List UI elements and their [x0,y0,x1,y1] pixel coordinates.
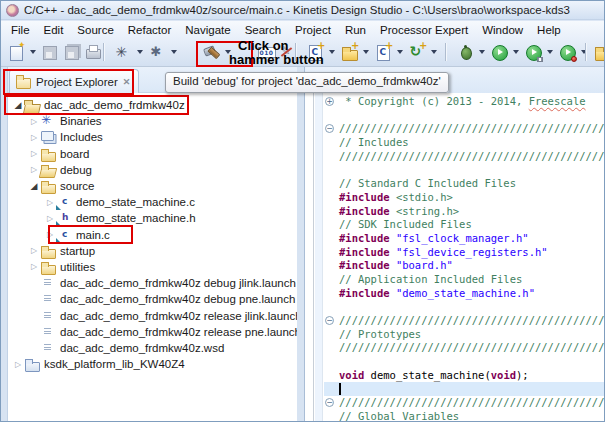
tree-item-debug[interactable]: ▷debug [8,162,297,178]
expand-arrow-icon[interactable]: ▷ [28,246,40,255]
code-line[interactable] [305,109,604,123]
tree-item-source[interactable]: ◢source [8,178,297,194]
tab-project-explorer[interactable]: Project Explorer ✕ [9,69,139,93]
refresh-index-button[interactable]: + [407,42,427,62]
processor-expert-button[interactable] [113,42,133,62]
code-line[interactable]: // Application Included Files [305,273,604,287]
annotation-line1: Click on [238,39,324,53]
code-line[interactable]: // Standard C Included Files [305,177,604,191]
tree-item-label: utilities [60,261,95,273]
run-button[interactable] [489,42,509,62]
code-line[interactable]: #include <string.h> [305,205,604,219]
chevron-down-icon[interactable] [513,50,519,54]
tree-item-board[interactable]: ▷board [8,146,297,162]
menu-refactor[interactable]: Refactor [121,23,178,37]
menu-source[interactable]: Source [70,23,120,37]
menu-search[interactable]: Search [238,23,288,37]
code-line[interactable]: #include "fsl_device_registers.h" [305,246,604,260]
new-folder-button[interactable]: + [339,42,359,62]
fold-collapse-icon[interactable]: − [325,398,334,407]
expand-arrow-icon[interactable]: ▷ [28,262,40,271]
code-line[interactable] [305,300,604,314]
code-line[interactable]: −///////////////////////////////////////… [305,314,604,328]
expand-arrow-icon[interactable]: ▷ [44,230,56,239]
code-line[interactable]: ////////////////////////////////////////… [305,150,604,164]
tree-item-binaries[interactable]: ▷Binaries [8,113,297,129]
chevron-down-icon[interactable] [397,50,403,54]
close-icon[interactable]: ✕ [123,77,131,87]
fold-collapse-icon[interactable]: − [325,316,334,325]
coverage-button[interactable] [557,42,577,62]
code-line[interactable]: + * Copyright (c) 2013 - 2014, Freescale [305,95,604,109]
tree-item-dac-adc-demo-frdmkw40z-wsd[interactable]: dac_adc_demo_frdmkw40z.wsd [8,340,297,356]
expand-arrow-icon[interactable]: ▷ [28,133,40,142]
tree-item-demo-state-machine-h[interactable]: ▷demo_state_machine.h [8,210,297,226]
debug-button[interactable] [455,42,475,62]
code-line[interactable]: // SDK Included Files [305,218,604,232]
menu-file[interactable]: File [4,23,37,37]
panel-sash[interactable] [297,67,304,421]
tree-item-ksdk-platform-lib-kw40z4[interactable]: ▷ksdk_platform_lib_KW40Z4 [8,356,297,372]
tree-item-startup[interactable]: ▷startup [8,243,297,259]
fold-expand-icon[interactable]: + [325,97,334,106]
expand-arrow-icon[interactable]: ▷ [44,198,56,207]
build-button[interactable] [201,42,221,62]
chevron-down-icon[interactable] [30,50,36,54]
code-line[interactable]: void demo_state_machine(void); [305,369,604,383]
code-line[interactable]: #include <stdio.h> [305,191,604,205]
code-line[interactable]: // Global Variables [305,410,604,421]
expand-arrow-icon[interactable]: ▷ [28,117,40,126]
chevron-down-icon[interactable] [171,50,177,54]
code-token: <string.h> [396,205,459,217]
print-button[interactable] [83,42,103,62]
code-line[interactable]: #include "demo_state_machine.h" [305,287,604,301]
profile-button[interactable] [523,42,543,62]
chevron-down-icon[interactable] [137,50,143,54]
settings-button[interactable] [147,42,167,62]
code-line[interactable] [305,163,604,177]
folder-plus-icon: + [341,44,358,61]
chevron-down-icon[interactable] [431,50,437,54]
tree-item-utilities[interactable]: ▷utilities [8,259,297,275]
menu-run[interactable]: Run [338,23,373,37]
collapse-arrow-icon[interactable]: ◢ [12,100,24,110]
save-button[interactable] [39,42,59,62]
collapse-arrow-icon[interactable]: ◢ [28,181,40,191]
chevron-down-icon[interactable] [363,50,369,54]
new-wizard-button[interactable] [6,42,26,62]
tree-item-dac-adc-demo-frdmkw40z-release-pne-launch[interactable]: dac_adc_demo_frdmkw40z release pne.launc… [8,324,297,340]
menu-help[interactable]: Help [530,23,568,37]
menu-project[interactable]: Project [288,23,338,37]
code-line[interactable]: #include "fsl_clock_manager.h" [305,232,604,246]
code-line[interactable] [305,382,604,396]
code-line[interactable]: −///////////////////////////////////////… [305,396,604,410]
code-line[interactable]: ////////////////////////////////////////… [305,341,604,355]
expand-arrow-icon[interactable]: ▷ [28,149,40,158]
expand-arrow-icon[interactable]: ▷ [44,214,56,223]
save-all-button[interactable] [61,42,81,62]
menu-processor-expert[interactable]: Processor Expert [373,23,475,37]
code-line[interactable]: // Includes [305,136,604,150]
expand-arrow-icon[interactable]: ▷ [12,360,24,369]
code-line[interactable]: −///////////////////////////////////////… [305,122,604,136]
tree-item-main-c[interactable]: ▷main.c [8,227,297,243]
menu-window[interactable]: Window [475,23,530,37]
fold-collapse-icon[interactable]: − [325,124,334,133]
tree-item-dac-adc-demo-frdmkw40z-debug-pne-launch[interactable]: dac_adc_demo_frdmkw40z debug pne.launch [8,291,297,307]
menu-edit[interactable]: Edit [37,23,71,37]
code-line[interactable]: #include "board.h" [305,259,604,273]
tree-item-dac-adc-demo-frdmkw40z[interactable]: ◢dac_adc_demo_frdmkw40z [8,97,297,113]
chevron-down-icon[interactable] [479,50,485,54]
chevron-down-icon[interactable] [547,50,553,54]
menu-navigate[interactable]: Navigate [178,23,237,37]
new-c-file-button[interactable]: + [373,42,393,62]
chevron-down-icon[interactable] [329,50,335,54]
expand-arrow-icon[interactable]: ▷ [28,165,40,174]
tree-item-dac-adc-demo-frdmkw40z-debug-jlink-launch[interactable]: dac_adc_demo_frdmkw40z debug jlink.launc… [8,275,297,291]
tree-item-dac-adc-demo-frdmkw40z-release-jlink-launch[interactable]: dac_adc_demo_frdmkw40z release jlink.lau… [8,307,297,323]
code-line[interactable]: // Prototypes [305,328,604,342]
tree-item-demo-state-machine-c[interactable]: ▷demo_state_machine.c [8,194,297,210]
code-line[interactable] [305,355,604,369]
tree-item-includes[interactable]: ▷Includes [8,129,297,145]
open-element-button[interactable] [592,42,605,62]
